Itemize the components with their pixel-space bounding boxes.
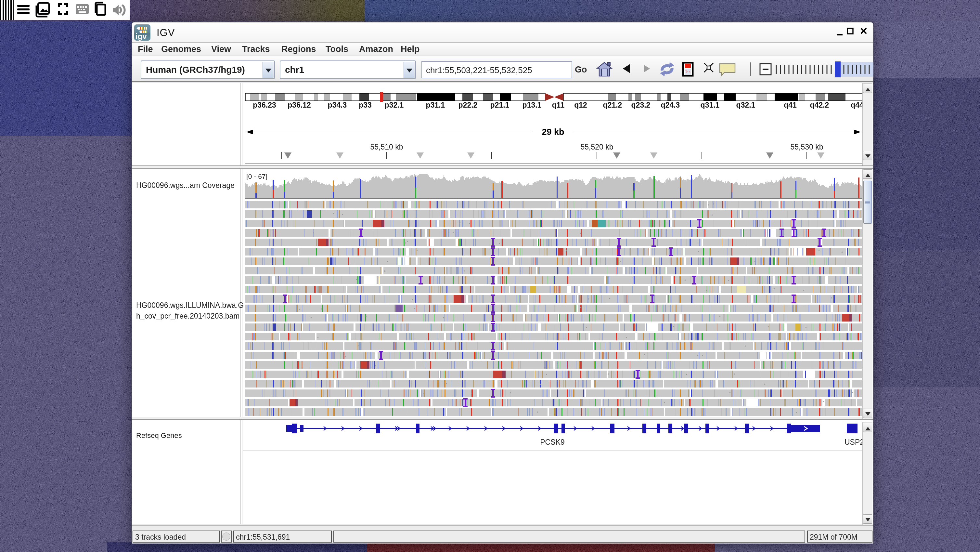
svg-text:55,510 kb: 55,510 kb bbox=[370, 143, 403, 151]
svg-text:29 kb: 29 kb bbox=[542, 127, 564, 137]
svg-text:q11: q11 bbox=[552, 101, 565, 109]
svg-text:p33: p33 bbox=[359, 101, 372, 109]
svg-text:q12: q12 bbox=[574, 101, 587, 109]
svg-text:q42.2: q42.2 bbox=[810, 101, 829, 109]
svg-text:q32.1: q32.1 bbox=[736, 101, 756, 109]
svg-text:55,530 kb: 55,530 kb bbox=[790, 143, 823, 151]
svg-text:p36.23: p36.23 bbox=[253, 101, 276, 109]
svg-text:PCSK9: PCSK9 bbox=[540, 438, 565, 446]
svg-text:p34.3: p34.3 bbox=[328, 101, 347, 109]
svg-text:p22.2: p22.2 bbox=[458, 101, 478, 109]
svg-text:[0 - 67]: [0 - 67] bbox=[246, 172, 267, 180]
svg-text:q31.1: q31.1 bbox=[700, 101, 720, 109]
svg-text:USP2: USP2 bbox=[845, 438, 864, 446]
svg-text:q41: q41 bbox=[784, 101, 797, 109]
svg-text:p21.1: p21.1 bbox=[490, 101, 509, 109]
svg-text:q24.3: q24.3 bbox=[661, 101, 680, 109]
svg-text:q23.2: q23.2 bbox=[632, 101, 651, 109]
svg-text:55,520 kb: 55,520 kb bbox=[580, 143, 613, 151]
svg-text:p13.1: p13.1 bbox=[522, 101, 542, 109]
svg-text:p31.1: p31.1 bbox=[426, 101, 445, 109]
svg-text:q21.2: q21.2 bbox=[603, 101, 622, 109]
svg-text:p36.12: p36.12 bbox=[288, 101, 311, 109]
svg-text:q44: q44 bbox=[851, 101, 864, 109]
svg-text:p32.1: p32.1 bbox=[385, 101, 404, 109]
